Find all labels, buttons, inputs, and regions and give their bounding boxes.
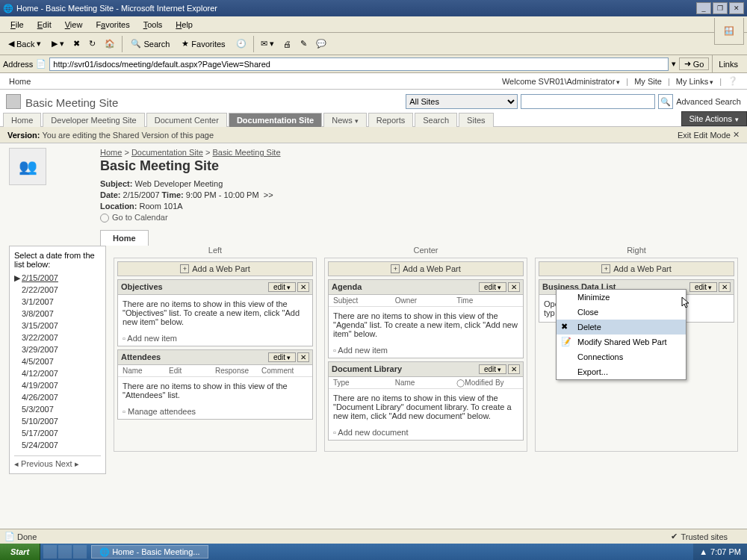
- refresh-button[interactable]: ↻: [85, 37, 99, 51]
- window-restore-button[interactable]: ❐: [713, 2, 728, 14]
- ql-ie-icon[interactable]: [58, 545, 72, 559]
- objectives-edit-menu[interactable]: edit: [268, 282, 296, 292]
- tab-developer-meeting[interactable]: Developer Meeting Site: [43, 113, 144, 127]
- start-button[interactable]: Start: [0, 544, 40, 560]
- menu-edit[interactable]: Edit: [31, 19, 58, 31]
- agenda-add-item[interactable]: Add new item: [329, 343, 523, 358]
- agenda-close[interactable]: ✕: [508, 282, 520, 292]
- go-button[interactable]: ➜Go: [679, 57, 710, 70]
- ctx-minimize[interactable]: Minimize: [557, 290, 686, 305]
- date-item[interactable]: 5/24/2007: [14, 439, 101, 451]
- stop-button[interactable]: ✖: [69, 37, 84, 51]
- advanced-search-link[interactable]: Advanced Search: [676, 97, 741, 106]
- date-item[interactable]: 4/26/2007: [14, 391, 101, 403]
- date-item[interactable]: 2/22/2007: [14, 284, 101, 296]
- attendees-edit-menu[interactable]: edit: [268, 352, 296, 362]
- doclib-close[interactable]: ✕: [508, 364, 520, 374]
- tab-reports[interactable]: Reports: [368, 113, 414, 127]
- objectives-close[interactable]: ✕: [297, 282, 309, 292]
- objectives-add-item[interactable]: Add new item: [118, 331, 312, 346]
- ctx-connections[interactable]: Connections: [557, 349, 686, 364]
- address-dropdown[interactable]: ▾: [672, 59, 676, 69]
- my-site-link[interactable]: My Site: [631, 77, 665, 86]
- more-times-link[interactable]: >>: [264, 190, 273, 199]
- date-item[interactable]: 4/19/2007: [14, 379, 101, 391]
- welcome-user[interactable]: Welcome SVR01\Administrator: [499, 77, 623, 86]
- discuss-button[interactable]: 💬: [312, 37, 330, 51]
- ctx-delete[interactable]: ✖Delete: [557, 320, 686, 335]
- global-home-link[interactable]: Home: [6, 77, 34, 86]
- security-zone[interactable]: ✔Trusted sites: [656, 532, 743, 541]
- date-item[interactable]: 3/8/2007: [14, 308, 101, 320]
- exit-edit-close-icon[interactable]: ✕: [733, 130, 740, 140]
- prev-dates-link[interactable]: Previous: [21, 459, 53, 468]
- ql-app-icon[interactable]: [73, 545, 87, 559]
- date-item[interactable]: 3/22/2007: [14, 332, 101, 343]
- add-webpart-right[interactable]: +Add a Web Part: [539, 261, 734, 276]
- search-scope-select[interactable]: All Sites: [406, 94, 518, 109]
- help-icon[interactable]: ❔: [725, 76, 741, 86]
- ql-desktop-icon[interactable]: [43, 545, 57, 559]
- bdl-edit-menu[interactable]: edit: [689, 282, 717, 292]
- edit-button[interactable]: ✎: [297, 37, 311, 51]
- doclib-edit-menu[interactable]: edit: [479, 364, 506, 374]
- my-links[interactable]: My Links: [673, 77, 716, 86]
- ctx-modify-shared[interactable]: 📝Modify Shared Web Part: [557, 335, 686, 349]
- tab-news[interactable]: News: [323, 113, 367, 127]
- menu-view[interactable]: View: [59, 19, 89, 31]
- tab-document-center[interactable]: Document Center: [146, 113, 227, 127]
- search-go-button[interactable]: 🔍: [658, 94, 673, 109]
- webpart-agenda: Agendaedit✕ SubjectOwnerTime There are n…: [328, 279, 524, 358]
- menu-favorites[interactable]: Favorites: [90, 19, 135, 31]
- menu-help[interactable]: Help: [170, 19, 199, 31]
- ctx-export[interactable]: Export...: [557, 364, 686, 379]
- breadcrumb-docsite[interactable]: Documentation Site: [131, 148, 203, 157]
- date-item[interactable]: 3/15/2007: [14, 320, 101, 332]
- add-webpart-center[interactable]: +Add a Web Part: [328, 261, 524, 276]
- menu-tools[interactable]: Tools: [137, 19, 169, 31]
- attendees-manage[interactable]: Manage attendees: [118, 404, 312, 419]
- date-item[interactable]: 4/5/2007: [14, 355, 101, 367]
- address-input[interactable]: [49, 57, 668, 71]
- window-minimize-button[interactable]: _: [696, 2, 711, 14]
- bdl-close[interactable]: ✕: [719, 282, 731, 292]
- history-button[interactable]: 🕘: [232, 37, 250, 51]
- taskbar-task-ie[interactable]: 🌐 Home - Basic Meeting...: [91, 545, 208, 559]
- ctx-close[interactable]: Close: [557, 305, 686, 320]
- tab-documentation-site[interactable]: Documentation Site: [229, 113, 322, 127]
- exit-edit-mode-link[interactable]: Exit Edit Mode: [678, 131, 731, 140]
- doclib-add-doc[interactable]: Add new document: [329, 425, 523, 440]
- menu-file[interactable]: File: [4, 19, 30, 31]
- next-dates-link[interactable]: Next: [55, 459, 72, 468]
- go-to-calendar-link[interactable]: Go to Calendar: [100, 212, 168, 223]
- date-item[interactable]: 5/10/2007: [14, 415, 101, 427]
- breadcrumb-bms[interactable]: Basic Meeting Site: [212, 148, 280, 157]
- meeting-workspace-icon: [9, 148, 46, 185]
- date-item[interactable]: 5/3/2007: [14, 403, 101, 415]
- site-actions-menu[interactable]: Site Actions: [681, 111, 747, 126]
- date-item[interactable]: 5/17/2007: [14, 427, 101, 439]
- tab-home[interactable]: Home: [3, 113, 41, 127]
- breadcrumb-home[interactable]: Home: [100, 148, 122, 157]
- add-webpart-left[interactable]: +Add a Web Part: [117, 261, 313, 276]
- back-button[interactable]: ◀Back▾: [3, 37, 46, 51]
- favorites-button[interactable]: ★Favorites: [176, 37, 230, 51]
- links-button[interactable]: Links: [712, 55, 744, 73]
- search-button[interactable]: 🔍Search: [125, 37, 175, 51]
- date-item[interactable]: 4/12/2007: [14, 367, 101, 379]
- tab-search[interactable]: Search: [415, 113, 457, 127]
- forward-button[interactable]: ▶▾: [48, 37, 68, 51]
- date-item[interactable]: 3/29/2007: [14, 343, 101, 355]
- home-button[interactable]: 🏠: [101, 37, 119, 51]
- print-button[interactable]: 🖨: [279, 37, 295, 51]
- workspace-tab-home[interactable]: Home: [100, 230, 149, 246]
- tab-sites[interactable]: Sites: [459, 113, 493, 127]
- attendees-close[interactable]: ✕: [297, 352, 309, 362]
- tray-icon[interactable]: ▲: [699, 547, 707, 556]
- date-item[interactable]: ▶2/15/2007: [14, 272, 101, 284]
- date-item[interactable]: 3/1/2007: [14, 296, 101, 308]
- search-input[interactable]: [521, 94, 655, 109]
- window-close-button[interactable]: ✕: [729, 2, 744, 14]
- agenda-edit-menu[interactable]: edit: [479, 282, 506, 292]
- mail-button[interactable]: ✉▾: [257, 37, 278, 51]
